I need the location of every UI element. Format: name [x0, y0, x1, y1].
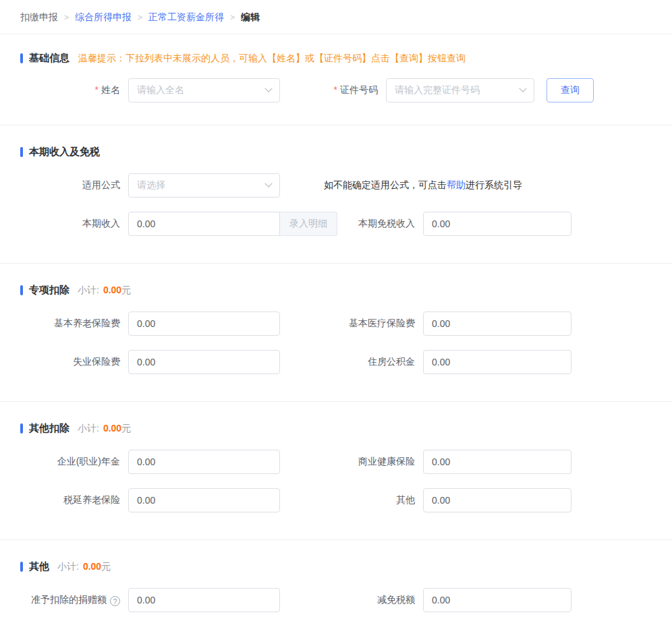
- current-income-field: 本期收入 录入明细: [20, 212, 337, 236]
- section-accent-bar: [20, 53, 23, 63]
- breadcrumb-separator: >: [138, 13, 142, 22]
- medical-insurance-label: 基本医疗保险费: [283, 318, 415, 330]
- breadcrumb: 扣缴申报 > 综合所得申报 > 正常工资薪金所得 > 编辑: [0, 0, 672, 34]
- formula-select[interactable]: 请选择: [128, 173, 280, 198]
- other-deduction-label: 其他: [283, 494, 415, 506]
- special-deduction-subtotal: 小计:0.00元: [78, 285, 131, 297]
- current-income-label: 本期收入: [20, 218, 120, 230]
- subtotal-value: 0.00: [103, 423, 121, 434]
- name-select[interactable]: 请输入全名: [128, 78, 280, 102]
- formula-field: 适用公式 请选择: [20, 173, 280, 198]
- current-income-input-group: 录入明细: [128, 212, 337, 236]
- housing-fund-field: 住房公积金: [283, 350, 571, 374]
- basic-info-row: *姓名 请输入全名 *证件号码 请输入完整证件号码 查询: [20, 78, 652, 102]
- other-deduction-row-2: 税延养老保险 其他: [20, 488, 652, 512]
- medical-insurance-input[interactable]: [423, 312, 571, 336]
- question-circle-icon[interactable]: [110, 596, 120, 606]
- name-field: *姓名 请输入全名: [20, 78, 280, 102]
- section-current-income: 本期收入及免税 适用公式 请选择 如不能确定适用公式，可点击帮助进行系统引导 本…: [0, 125, 672, 264]
- formula-hint-before: 如不能确定适用公式，可点击: [324, 179, 447, 190]
- required-mark: *: [334, 84, 337, 95]
- section-special-deduction: 专项扣除 小计:0.00元 基本养老保险费 基本医疗保险费 失业保险费 住房公积…: [0, 264, 672, 402]
- section-current-income-header: 本期收入及免税: [20, 146, 652, 158]
- deferred-pension-input[interactable]: [128, 488, 280, 512]
- breadcrumb-item-edit: 编辑: [241, 11, 260, 24]
- id-number-select-placeholder: 请输入完整证件号码: [395, 84, 480, 96]
- section-other-header: 其他 小计:0.00元: [20, 560, 652, 573]
- section-accent-bar: [20, 285, 23, 295]
- donation-input[interactable]: [128, 588, 280, 612]
- annuity-input[interactable]: [128, 450, 280, 474]
- section-title-basic-info: 基础信息: [29, 52, 69, 65]
- detail-entry-button[interactable]: 录入明细: [280, 212, 337, 236]
- section-title-other: 其他: [29, 560, 49, 573]
- warm-tip-text: 温馨提示：下拉列表中未展示的人员，可输入【姓名】或【证件号码】点击【查询】按钮查…: [78, 53, 466, 65]
- breadcrumb-item-normal-salary[interactable]: 正常工资薪金所得: [148, 11, 224, 24]
- deferred-pension-label: 税延养老保险: [20, 494, 120, 506]
- section-title-current-income: 本期收入及免税: [29, 146, 100, 158]
- formula-hint-after: 进行系统引导: [466, 179, 522, 190]
- other-row-1: 准予扣除的捐赠额 减免税额: [20, 588, 652, 612]
- query-button[interactable]: 查询: [547, 78, 594, 102]
- pension-insurance-field: 基本养老保险费: [20, 312, 280, 336]
- withholding-declaration-edit-page: 扣缴申报 > 综合所得申报 > 正常工资薪金所得 > 编辑 基础信息 温馨提示：…: [0, 0, 672, 619]
- pension-insurance-label: 基本养老保险费: [20, 318, 120, 330]
- chevron-down-icon: [519, 85, 526, 92]
- subtotal-value: 0.00: [103, 285, 121, 295]
- pension-insurance-input[interactable]: [128, 312, 280, 336]
- donation-label: 准予扣除的捐赠额: [20, 594, 120, 607]
- section-special-deduction-header: 专项扣除 小计:0.00元: [20, 284, 652, 297]
- other-deduction-subtotal: 小计:0.00元: [78, 423, 131, 435]
- health-insurance-input[interactable]: [423, 450, 571, 474]
- section-basic-info: 基础信息 温馨提示：下拉列表中未展示的人员，可输入【姓名】或【证件号码】点击【查…: [0, 34, 672, 125]
- formula-select-placeholder: 请选择: [137, 179, 165, 191]
- tax-free-income-input[interactable]: [423, 212, 571, 236]
- required-mark: *: [95, 84, 99, 95]
- other-subtotal: 小计:0.00元: [57, 561, 111, 573]
- name-select-placeholder: 请输入全名: [137, 84, 184, 96]
- section-basic-info-header: 基础信息 温馨提示：下拉列表中未展示的人员，可输入【姓名】或【证件号码】点击【查…: [20, 52, 652, 65]
- section-title-special-deduction: 专项扣除: [29, 284, 69, 297]
- chevron-down-icon: [264, 85, 272, 92]
- tax-reduction-input[interactable]: [423, 588, 571, 612]
- breadcrumb-item-comprehensive-income[interactable]: 综合所得申报: [75, 11, 132, 24]
- annuity-field: 企业(职业)年金: [20, 450, 280, 474]
- section-title-other-deduction: 其他扣除: [29, 422, 69, 435]
- tax-reduction-label: 减免税额: [283, 594, 415, 606]
- medical-insurance-field: 基本医疗保险费: [283, 312, 571, 336]
- housing-fund-label: 住房公积金: [283, 356, 415, 368]
- id-number-field: *证件号码 请输入完整证件号码 查询: [283, 78, 594, 102]
- id-number-label: *证件号码: [283, 84, 378, 96]
- help-link[interactable]: 帮助: [447, 179, 466, 190]
- chevron-down-icon: [264, 180, 272, 187]
- health-insurance-field: 商业健康保险: [283, 450, 571, 474]
- annuity-label: 企业(职业)年金: [20, 456, 120, 468]
- section-accent-bar: [20, 562, 23, 572]
- formula-row: 适用公式 请选择 如不能确定适用公式，可点击帮助进行系统引导: [20, 173, 652, 198]
- breadcrumb-separator: >: [64, 13, 69, 22]
- unemployment-insurance-label: 失业保险费: [20, 356, 120, 368]
- special-deduction-row-1: 基本养老保险费 基本医疗保险费: [20, 312, 652, 336]
- section-other: 其他 小计:0.00元 准予扣除的捐赠额 减免税额: [0, 540, 672, 619]
- tax-free-income-label: 本期免税收入: [341, 218, 415, 230]
- unemployment-insurance-input[interactable]: [128, 350, 280, 374]
- formula-label: 适用公式: [20, 179, 120, 191]
- section-other-deduction: 其他扣除 小计:0.00元 企业(职业)年金 商业健康保险 税延养老保险 其他: [0, 402, 672, 540]
- name-label: *姓名: [20, 84, 120, 96]
- breadcrumb-separator: >: [230, 13, 235, 22]
- unemployment-insurance-field: 失业保险费: [20, 350, 280, 374]
- housing-fund-input[interactable]: [423, 350, 571, 374]
- deferred-pension-field: 税延养老保险: [20, 488, 280, 512]
- formula-hint: 如不能确定适用公式，可点击帮助进行系统引导: [324, 179, 522, 191]
- section-accent-bar: [20, 423, 23, 434]
- other-deduction-input[interactable]: [423, 488, 571, 512]
- other-deduction-row-1: 企业(职业)年金 商业健康保险: [20, 450, 652, 474]
- donation-field: 准予扣除的捐赠额: [20, 588, 280, 612]
- section-accent-bar: [20, 147, 23, 157]
- current-income-input[interactable]: [128, 212, 280, 236]
- tax-reduction-field: 减免税额: [283, 588, 571, 612]
- id-number-select[interactable]: 请输入完整证件号码: [386, 78, 534, 102]
- health-insurance-label: 商业健康保险: [283, 456, 415, 468]
- subtotal-value: 0.00: [83, 561, 101, 572]
- special-deduction-row-2: 失业保险费 住房公积金: [20, 350, 652, 374]
